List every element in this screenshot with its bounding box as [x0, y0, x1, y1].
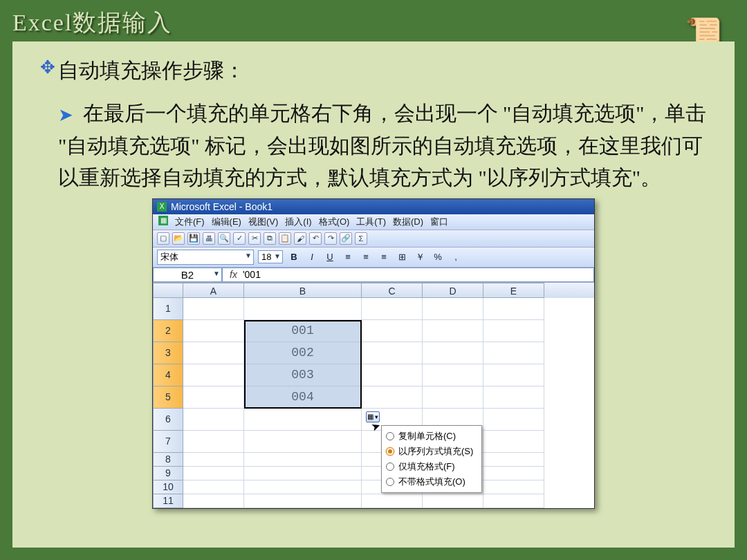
cell-E7[interactable]	[483, 431, 544, 453]
cell-C2[interactable]	[362, 320, 423, 342]
menu-format[interactable]: 格式(O)	[319, 216, 350, 228]
cell-D11[interactable]	[423, 494, 483, 508]
merge-button[interactable]: ⊞	[395, 251, 409, 263]
row-header[interactable]: 9	[153, 467, 183, 480]
print-button[interactable]: 🖶	[203, 232, 215, 245]
cell-D1[interactable]	[423, 298, 483, 320]
cell-E4[interactable]	[483, 364, 544, 386]
font-name-select[interactable]: 宋体 ▼	[157, 250, 254, 265]
menu-edit[interactable]: 编辑(E)	[212, 216, 241, 228]
cell-D4[interactable]	[423, 364, 483, 386]
cell-B7[interactable]	[244, 431, 362, 453]
align-right-button[interactable]: ≡	[377, 251, 391, 263]
menu-insert[interactable]: 插入(I)	[285, 216, 311, 228]
row-header[interactable]: 11	[153, 494, 183, 508]
col-header-C[interactable]: C	[362, 283, 423, 298]
percent-button[interactable]: %	[431, 251, 445, 263]
col-header-E[interactable]: E	[483, 283, 544, 298]
align-center-button[interactable]: ≡	[359, 251, 373, 263]
cell-E2[interactable]	[483, 320, 544, 342]
autofill-option[interactable]: 不带格式填充(O)	[383, 474, 480, 489]
spell-button[interactable]: ✓	[233, 232, 246, 245]
col-header-A[interactable]: A	[183, 283, 244, 298]
cell-A6[interactable]	[183, 409, 244, 431]
cell-E3[interactable]	[483, 342, 544, 364]
cell-B6[interactable]	[244, 409, 362, 431]
cell-E5[interactable]	[483, 386, 544, 409]
cell-B2[interactable]: 001	[244, 320, 362, 342]
save-button[interactable]: 💾	[187, 232, 200, 245]
font-size-select[interactable]: 18 ▼	[258, 250, 283, 263]
cell-B10[interactable]	[244, 480, 362, 494]
redo-button[interactable]: ↷	[324, 232, 337, 245]
cell-E9[interactable]	[483, 467, 544, 480]
cell-A7[interactable]	[183, 431, 244, 453]
menu-view[interactable]: 视图(V)	[248, 216, 278, 228]
cell-A9[interactable]	[183, 467, 244, 480]
cell-A1[interactable]	[183, 298, 244, 320]
cell-A2[interactable]	[183, 320, 244, 342]
row-header[interactable]: 4	[153, 364, 183, 386]
autofill-option[interactable]: 仅填充格式(F)	[383, 459, 480, 474]
italic-button[interactable]: I	[305, 251, 319, 263]
autofill-option[interactable]: 复制单元格(C)	[383, 429, 480, 444]
paste-button[interactable]: 📋	[279, 232, 291, 245]
cell-C11[interactable]	[362, 494, 423, 508]
row-header[interactable]: 3	[153, 342, 183, 364]
col-header-B[interactable]: B	[244, 283, 362, 298]
row-header[interactable]: 2	[153, 320, 183, 342]
cell-B4[interactable]: 003	[244, 364, 362, 386]
cell-B5[interactable]: 004	[244, 386, 362, 409]
comma-button[interactable]: ,	[449, 251, 463, 263]
cell-D3[interactable]	[423, 342, 483, 364]
undo-button[interactable]: ↶	[309, 232, 322, 245]
menu-file[interactable]: 文件(F)	[175, 216, 205, 228]
cell-E10[interactable]	[483, 480, 544, 494]
cut-button[interactable]: ✂	[248, 232, 261, 245]
cell-A5[interactable]	[183, 386, 244, 409]
row-header[interactable]: 6	[153, 409, 183, 431]
row-header[interactable]: 8	[153, 453, 183, 467]
bold-button[interactable]: B	[287, 251, 301, 263]
row-header[interactable]: 5	[153, 386, 183, 409]
new-button[interactable]: ▢	[157, 232, 169, 245]
cell-C3[interactable]	[362, 342, 423, 364]
cell-A11[interactable]	[183, 494, 244, 508]
preview-button[interactable]: 🔍	[218, 232, 230, 245]
underline-button[interactable]: U	[323, 251, 337, 263]
cell-E11[interactable]	[483, 494, 544, 508]
format-painter-button[interactable]: 🖌	[294, 232, 306, 245]
cell-C4[interactable]	[362, 364, 423, 386]
cell-C1[interactable]	[362, 298, 423, 320]
copy-button[interactable]: ⧉	[264, 232, 276, 245]
row-header[interactable]: 10	[153, 480, 183, 494]
spreadsheet-grid[interactable]: ABCDE 1200130024003500467891011▦➤复制单元格(C…	[153, 283, 594, 508]
formula-input[interactable]: fx '001	[222, 268, 594, 282]
align-left-button[interactable]: ≡	[341, 251, 355, 263]
menu-tools[interactable]: 工具(T)	[356, 216, 386, 228]
cell-A3[interactable]	[183, 342, 244, 364]
col-header-D[interactable]: D	[423, 283, 483, 298]
cell-E8[interactable]	[483, 453, 544, 467]
currency-button[interactable]: ￥	[413, 251, 427, 263]
cell-B9[interactable]	[244, 467, 362, 480]
menu-window[interactable]: 窗口	[430, 216, 448, 228]
cell-A4[interactable]	[183, 364, 244, 386]
cell-D5[interactable]	[423, 386, 483, 409]
autosum-button[interactable]: Σ	[355, 232, 367, 245]
row-header[interactable]: 7	[153, 431, 183, 453]
cell-B3[interactable]: 002	[244, 342, 362, 364]
link-button[interactable]: 🔗	[340, 232, 352, 245]
cell-B1[interactable]	[244, 298, 362, 320]
open-button[interactable]: 📂	[172, 232, 185, 245]
cell-A10[interactable]	[183, 480, 244, 494]
cell-E6[interactable]	[483, 409, 544, 431]
cell-E1[interactable]	[483, 298, 544, 320]
cell-B8[interactable]	[244, 453, 362, 467]
cell-A8[interactable]	[183, 453, 244, 467]
cell-B11[interactable]	[244, 494, 362, 508]
cell-D2[interactable]	[423, 320, 483, 342]
cell-C5[interactable]	[362, 386, 423, 409]
autofill-option[interactable]: 以序列方式填充(S)	[383, 444, 480, 459]
menu-data[interactable]: 数据(D)	[393, 216, 423, 228]
